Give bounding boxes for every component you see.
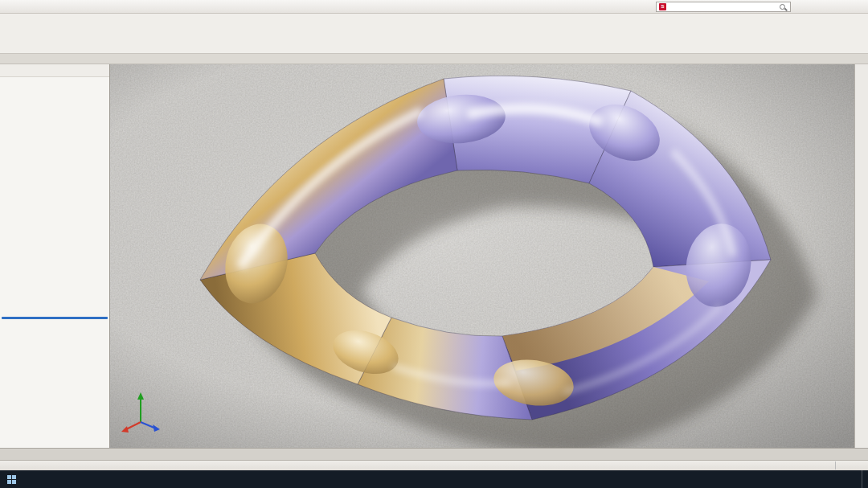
search-scope-icon: S bbox=[659, 3, 666, 10]
help-button[interactable] bbox=[796, 0, 813, 14]
rollback-bar[interactable] bbox=[2, 317, 108, 319]
x-axis-arrow bbox=[121, 426, 129, 433]
ribbon-buttons bbox=[0, 14, 868, 53]
z-axis-arrow bbox=[153, 424, 160, 432]
start-button[interactable] bbox=[0, 470, 23, 488]
graphics-area[interactable] bbox=[110, 64, 854, 448]
rollback-wrap bbox=[0, 316, 109, 319]
orientation-triad bbox=[118, 388, 165, 433]
document-tabbar bbox=[0, 448, 868, 460]
panel-spacer bbox=[0, 77, 109, 88]
windows-logo-icon bbox=[7, 475, 16, 484]
windows-taskbar bbox=[0, 470, 868, 488]
ribbon-toolbar bbox=[0, 14, 868, 54]
window-controls bbox=[796, 0, 866, 14]
feature-tree bbox=[0, 88, 109, 445]
system-tray bbox=[844, 470, 868, 488]
close-button[interactable] bbox=[849, 0, 866, 14]
search-icon[interactable] bbox=[780, 4, 785, 10]
minimize-button[interactable] bbox=[813, 0, 831, 14]
main-area bbox=[0, 64, 868, 448]
restore-button[interactable] bbox=[831, 0, 849, 14]
ribbon-tabstrip bbox=[0, 54, 868, 64]
search-commands-box[interactable]: S bbox=[656, 2, 791, 12]
statusbar-divider bbox=[835, 461, 836, 470]
show-desktop-button[interactable] bbox=[862, 470, 865, 488]
status-bar bbox=[0, 460, 868, 470]
solidworks-window: S bbox=[0, 0, 868, 488]
panel-tabbar bbox=[0, 64, 109, 77]
titlebar: S bbox=[0, 0, 868, 14]
y-axis-arrow bbox=[137, 392, 144, 400]
feature-manager-panel bbox=[0, 64, 110, 448]
task-pane-strip bbox=[854, 64, 868, 448]
3d-model-view[interactable] bbox=[110, 64, 854, 448]
